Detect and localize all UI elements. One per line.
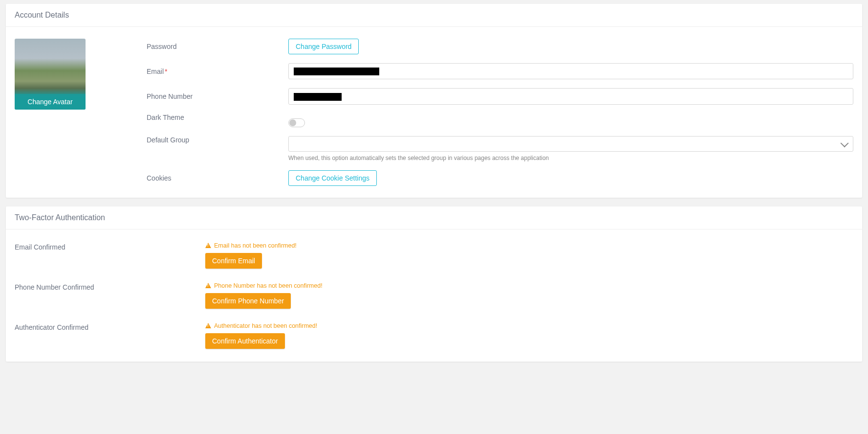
two-factor-card: Two-Factor Authentication Email Confirme… <box>6 206 862 362</box>
account-details-title: Account Details <box>6 4 862 27</box>
change-avatar-label: Change Avatar <box>15 94 86 110</box>
phone-confirmed-warning: Phone Number has not been confirmed! <box>205 282 853 289</box>
avatar[interactable]: Change Avatar <box>15 39 86 110</box>
change-cookie-settings-button[interactable]: Change Cookie Settings <box>288 170 377 186</box>
email-confirmed-label: Email Confirmed <box>15 242 205 269</box>
password-label: Password <box>147 43 288 50</box>
confirm-phone-button[interactable]: Confirm Phone Number <box>205 293 291 309</box>
default-group-help: When used, this option automatically set… <box>288 155 853 161</box>
account-details-card: Account Details Change Avatar Password C… <box>6 4 862 198</box>
email-field[interactable] <box>288 63 853 79</box>
default-group-label: Default Group <box>147 136 288 144</box>
default-group-select[interactable] <box>288 136 853 152</box>
dark-theme-label: Dark Theme <box>147 114 288 121</box>
phone-redacted <box>294 93 342 101</box>
authenticator-confirmed-warning: Authenticator has not been confirmed! <box>205 322 853 329</box>
phone-label: Phone Number <box>147 92 288 100</box>
authenticator-confirmed-label: Authenticator Confirmed <box>15 322 205 349</box>
dark-theme-toggle[interactable] <box>288 118 305 127</box>
cookies-label: Cookies <box>147 174 288 182</box>
email-redacted <box>294 68 379 75</box>
confirm-email-button[interactable]: Confirm Email <box>205 253 262 269</box>
warning-icon <box>205 323 211 328</box>
warning-icon <box>205 243 211 248</box>
change-password-button[interactable]: Change Password <box>288 39 359 54</box>
email-confirmed-warning: Email has not been confirmed! <box>205 242 853 249</box>
email-label: Email* <box>147 68 288 75</box>
confirm-authenticator-button[interactable]: Confirm Authenticator <box>205 333 285 349</box>
toggle-knob <box>289 119 296 126</box>
phone-field[interactable] <box>288 88 853 104</box>
required-indicator: * <box>165 68 167 75</box>
phone-confirmed-label: Phone Number Confirmed <box>15 282 205 309</box>
two-factor-title: Two-Factor Authentication <box>6 206 862 229</box>
warning-icon <box>205 283 211 288</box>
